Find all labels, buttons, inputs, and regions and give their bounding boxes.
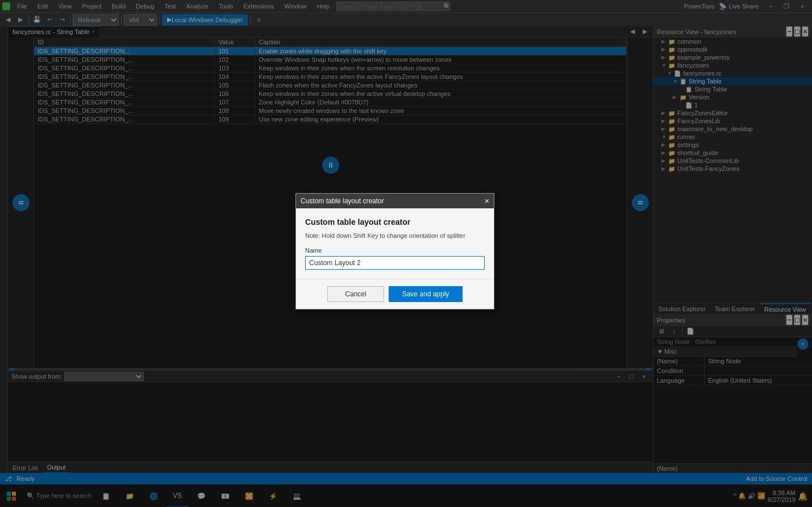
modal-close-button[interactable]: × [485, 196, 489, 206]
modal-titlebar: Custom table layout creator × [296, 194, 494, 208]
modal-title-text: Custom table layout creator [301, 197, 384, 205]
modal-name-label: Name [305, 247, 485, 254]
modal-footer: Cancel Save and apply [296, 279, 494, 309]
modal-name-input[interactable] [305, 256, 485, 270]
modal-body: Custom table layout creator Note: Hold d… [296, 208, 494, 279]
modal-save-button[interactable]: Save and apply [389, 286, 463, 302]
modal-heading: Custom table layout creator [305, 217, 485, 227]
modal-note: Note: Hold down Shift Key to change orie… [305, 232, 485, 239]
modal-dialog: Custom table layout creator × Custom tab… [295, 193, 494, 309]
modal-overlay: Custom table layout creator × Custom tab… [0, 0, 812, 507]
modal-cancel-button[interactable]: Cancel [327, 286, 384, 302]
